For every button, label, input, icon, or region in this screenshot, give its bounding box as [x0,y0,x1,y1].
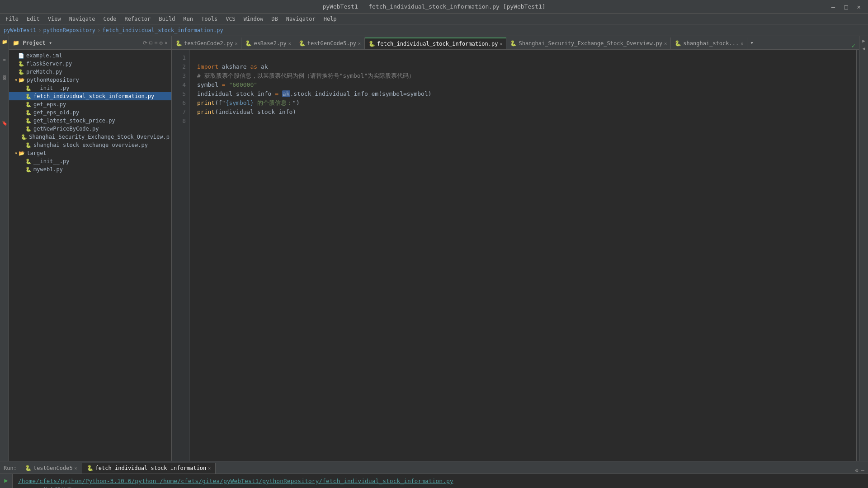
line-num-5: 5 [172,89,189,99]
menu-build[interactable]: Build [155,15,179,23]
tree-target-init[interactable]: 🐍 __init__.py [9,157,171,165]
tab-close-btn[interactable]: × [75,466,77,471]
right-sidebar: ▶ ◀ [859,36,868,461]
menu-window[interactable]: Window [240,15,267,23]
python-path-link[interactable]: /home/cfets/python/Python-3.10.6/python … [18,478,453,484]
file-name: Shanghai_Security_Exchange_Stock_Overvie… [29,134,170,140]
menu-tools[interactable]: Tools [198,15,221,23]
breadcrumb-file[interactable]: fetch_individual_stock_information.py [102,27,223,33]
tree-flaskserver[interactable]: 🐍 flaskServer.py [9,60,171,68]
menu-edit[interactable]: Edit [23,15,43,23]
tree-target[interactable]: ▾ 📂 target [9,149,171,157]
breadcrumb-folder[interactable]: pythonRepository [43,27,95,33]
code-line-8 [197,117,849,126]
tab-label: esBase2.py [254,40,286,47]
line-num-7: 7 [172,108,189,117]
file-name: example.iml [26,52,62,59]
breadcrumb-sep-2: › [97,27,100,33]
tab-testgencode5[interactable]: 🐍 testGenCode5.py × [295,38,365,49]
menu-file[interactable]: File [2,15,22,23]
file-name: shanghai_stock_exchange_overview.py [33,142,148,148]
tab-testgencode2[interactable]: 🐍 testGenCode2.py × [172,38,241,49]
bottom-tab-fetch-individual[interactable]: 🐍 fetch_individual_stock_information × [82,463,216,474]
folder-icon: 📂 [19,150,25,156]
tree-getnewprice[interactable]: 🐍 getNewPriceByCode.py [9,125,171,133]
main-layout: 📁 ≡ 🗄 🔖 📁 Project ▾ ⟳ ⊟ ≡ ⚙ × 📄 example.… [0,36,868,461]
code-content[interactable]: import akshare as ak # 获取股票个股信息，以某股票代码为例… [190,50,856,461]
menu-run[interactable]: Run [179,15,197,23]
minimize-button[interactable]: – [829,2,838,11]
tab-esbase2[interactable]: 🐍 esBase2.py × [241,38,295,49]
tab-shanghai-overview[interactable]: 🐍 Shanghai_Security_Exchange_Stock_Overv… [506,38,671,49]
run-btn[interactable]: ▶ [4,477,8,484]
db-browser-icon[interactable]: 🗄 [1,74,8,81]
settings-icon[interactable]: ⚙ [855,467,859,474]
tree-myweb1[interactable]: 🐍 myweb1.py [9,165,171,174]
project-panel: 📁 Project ▾ ⟳ ⊟ ≡ ⚙ × 📄 example.iml 🐍 fl… [9,36,172,461]
menu-navigator[interactable]: Navigator [283,15,319,23]
tab-close-btn[interactable]: × [664,41,667,46]
menu-navigate[interactable]: Navigate [66,15,99,23]
py-file-icon: 🐍 [18,69,24,75]
tree-pythonrepository[interactable]: ▾ 📂 pythonRepository [9,76,171,84]
py-file-icon: 🐍 [18,61,24,67]
tree-get-eps-old[interactable]: 🐍 get_eps_old.py [9,108,171,117]
py-file-icon: 🐍 [21,134,27,140]
tab-close-btn[interactable]: × [235,41,237,46]
menu-code[interactable]: Code [100,15,120,23]
tab-close-btn[interactable]: × [358,41,361,46]
tab-label: Shanghai_Security_Exchange_Stock_Overvie… [519,40,662,47]
folder-name: pythonRepository [27,77,79,83]
menu-refactor[interactable]: Refactor [121,15,154,23]
right-icon-2[interactable]: ◀ [862,46,865,52]
more-tabs-btn[interactable]: ▾ [747,39,756,46]
tree-fetch-individual[interactable]: 🐍 fetch_individual_stock_information.py [9,92,171,100]
tab-close-btn[interactable]: × [288,41,291,46]
sync-icon[interactable]: ⟳ [143,40,147,46]
tab-shanghai-stock[interactable]: 🐍 shanghai_stock... × [671,38,747,49]
py-file-icon: 🐍 [25,85,32,91]
bottom-tab-testgencode5[interactable]: 🐍 testGenCode5 × [20,463,82,474]
tree-prematch[interactable]: 🐍 preMatch.py [9,68,171,76]
structure-icon[interactable]: ≡ [1,56,8,63]
menu-view[interactable]: View [44,15,65,23]
tab-close-btn[interactable]: × [208,466,211,471]
bottom-main: ▶ ▲ ▼ ⏹ ⟳ ≡ 🖨 🔧 🗑 /home/cfets/python/Pyt… [0,474,868,488]
settings-icon[interactable]: ⚙ [160,40,163,46]
breadcrumb-sep-1: › [38,27,41,33]
file-name: __init__.py [33,85,69,91]
tab-close-btn[interactable]: × [500,42,502,47]
close-bottom-icon[interactable]: – [861,467,864,474]
iml-file-icon: 📄 [18,53,24,59]
folder-name: target [27,150,46,156]
tab-fetch-individual[interactable]: 🐍 fetch_individual_stock_information.py … [365,38,506,49]
project-tree: 📄 example.iml 🐍 flaskServer.py 🐍 preMatc… [9,50,171,461]
menu-vcs[interactable]: VCS [222,15,239,23]
expand-icon: ▾ [14,150,18,156]
code-editor[interactable]: 1 2 3 4 5 6 7 8 import akshare as ak # 获… [172,50,859,461]
window-controls: – □ ✕ [829,2,863,11]
bookmarks-icon[interactable]: 🔖 [1,119,8,127]
tab-label: fetch_individual_stock_information [95,465,207,471]
tree-shanghai-stock[interactable]: 🐍 shanghai_stock_exchange_overview.py [9,141,171,149]
filter-icon[interactable]: ≡ [154,40,157,46]
breadcrumb-bar: pyWebTest1 › pythonRepository › fetch_in… [0,24,868,36]
tree-example-iml[interactable]: 📄 example.iml [9,52,171,60]
close-button[interactable]: ✕ [854,2,863,11]
tree-get-eps[interactable]: 🐍 get_eps.py [9,100,171,108]
project-header-icons: ⟳ ⊟ ≡ ⚙ × [143,40,168,46]
close-panel-icon[interactable]: × [165,40,168,46]
tab-icon: 🐍 [510,40,517,47]
maximize-button[interactable]: □ [841,2,850,11]
menu-db[interactable]: DB [268,15,281,23]
collapse-icon[interactable]: ⊟ [149,40,152,46]
right-icon-1[interactable]: ▶ [862,38,865,44]
line-num-3: 3 [172,71,189,80]
project-icon[interactable]: 📁 [1,38,8,45]
menu-help[interactable]: Help [320,15,340,23]
tab-close-btn[interactable]: × [741,41,743,46]
tree-shanghai-overview[interactable]: 🐍 Shanghai_Security_Exchange_Stock_Overv… [9,133,171,141]
tree-get-latest-stock[interactable]: 🐍 get_latest_stock_price.py [9,117,171,125]
breadcrumb-project[interactable]: pyWebTest1 [4,27,36,33]
tree-init[interactable]: 🐍 __init__.py [9,84,171,92]
